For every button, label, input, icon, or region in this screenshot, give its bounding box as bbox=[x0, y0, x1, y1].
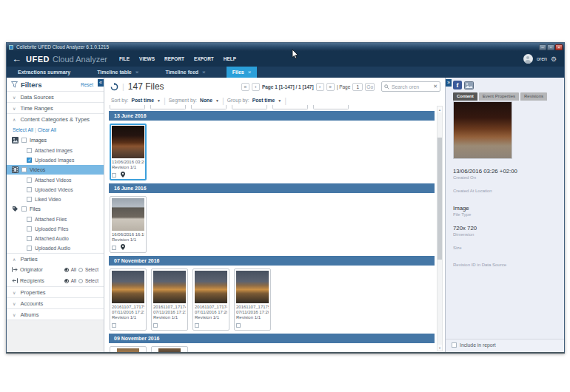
file-card[interactable]: 20161107_17174...07/11/2016 17:23 +Revis… bbox=[151, 268, 188, 331]
menu-views[interactable]: VIEWS bbox=[139, 56, 155, 61]
prev-page-button[interactable]: ‹ bbox=[252, 83, 260, 91]
subcategory-attached-audio[interactable]: Attached Audio bbox=[7, 234, 104, 243]
sort-by-dropdown[interactable]: Post time bbox=[131, 98, 154, 103]
filter-section-properties[interactable]: ∨Properties bbox=[7, 286, 104, 297]
filter-section-time-ranges[interactable]: ∨Time Ranges bbox=[7, 102, 104, 113]
scroll-down-arrow[interactable]: ▼ bbox=[437, 345, 442, 351]
search-input[interactable] bbox=[392, 84, 431, 89]
menu-help[interactable]: HELP bbox=[224, 56, 236, 61]
scroll-up-arrow[interactable]: ▲ bbox=[437, 107, 442, 112]
file-select-checkbox[interactable] bbox=[236, 323, 241, 328]
filter-section-parties[interactable]: ∧Parties bbox=[7, 253, 104, 264]
subcategory-attached-files[interactable]: Attached Files bbox=[7, 214, 104, 223]
filter-section-content-categories-types[interactable]: ∧Content Categories & Types bbox=[7, 113, 104, 124]
file-select-checkbox[interactable] bbox=[195, 323, 199, 328]
radio-recipients-select[interactable] bbox=[78, 279, 83, 283]
radio-originator-select[interactable] bbox=[78, 268, 83, 272]
reset-filters-link[interactable]: Reset bbox=[81, 82, 93, 87]
checkbox-attached-files[interactable] bbox=[27, 217, 32, 222]
details-tab-event-properties[interactable]: Event Properties bbox=[479, 92, 519, 101]
page-number-input[interactable] bbox=[352, 83, 363, 91]
chevron-down-icon: ∨ bbox=[13, 95, 16, 100]
file-card[interactable]: 20161107_17174...07/11/2016 17:20 +Revis… bbox=[192, 268, 229, 331]
filter-section-data-sources[interactable]: ∨Data Sources bbox=[7, 91, 104, 102]
tab-timeline-table[interactable]: Timeline table× bbox=[91, 67, 144, 78]
segment-by-dropdown[interactable]: None bbox=[200, 98, 212, 103]
collapse-sidebar-button[interactable]: « bbox=[98, 79, 104, 87]
radio-originator-all[interactable] bbox=[64, 268, 69, 272]
group-by-dropdown[interactable]: Post time bbox=[252, 98, 275, 103]
file-name: 20161107_17175... bbox=[112, 305, 144, 310]
file-card[interactable]: 20161107_17175...07/11/2016 17:20 +Revis… bbox=[234, 268, 271, 331]
first-page-button[interactable]: « bbox=[241, 83, 249, 91]
checkbox-uploaded-videos[interactable] bbox=[27, 187, 32, 192]
category-images[interactable]: Images bbox=[7, 135, 104, 145]
restore-button[interactable]: ▫ bbox=[547, 44, 554, 50]
file-select-checkbox[interactable] bbox=[112, 323, 116, 328]
checkbox-uploaded-files[interactable] bbox=[27, 226, 32, 232]
filter-section-accounts[interactable]: ∨Accounts bbox=[7, 297, 104, 308]
menu-export[interactable]: EXPORT bbox=[194, 56, 214, 61]
category-videos[interactable]: Videos bbox=[7, 165, 104, 175]
subcategory-uploaded-images[interactable]: Uploaded Images bbox=[7, 155, 104, 164]
minimize-button[interactable]: – bbox=[539, 44, 546, 50]
window-titlebar[interactable]: Cellebrite UFED Cloud Analyzer 6.1.0.121… bbox=[7, 43, 564, 51]
file-date: 07/11/2016 17:20 + bbox=[195, 310, 227, 315]
refresh-icon[interactable] bbox=[110, 83, 118, 91]
tab-extractions-summary[interactable]: Extractions summary bbox=[12, 67, 76, 78]
subcategory-uploaded-audio[interactable]: Uploaded Audio bbox=[7, 243, 104, 252]
subcategory-attached-images[interactable]: Attached Images bbox=[7, 146, 104, 155]
close-tab-icon[interactable]: × bbox=[135, 69, 139, 75]
radio-recipients-all[interactable] bbox=[64, 279, 69, 283]
include-in-report-checkbox[interactable] bbox=[452, 342, 457, 348]
subcategory-attached-videos[interactable]: Attached Videos bbox=[7, 175, 104, 184]
checkbox-files[interactable] bbox=[21, 206, 27, 212]
partial-card bbox=[150, 105, 186, 109]
file-card[interactable]: 09/11/2016 08:42 + bbox=[151, 346, 188, 352]
file-card[interactable]: 20161107_17175...07/11/2016 17:23 +Revis… bbox=[110, 268, 147, 331]
section-label: Parties bbox=[20, 256, 37, 263]
details-tab-revisions[interactable]: Revisions bbox=[520, 92, 547, 101]
checkbox-attached-images[interactable] bbox=[27, 148, 32, 153]
tab-files[interactable]: Files× bbox=[227, 67, 258, 78]
checkbox-liked-video[interactable] bbox=[27, 197, 32, 202]
last-page-button[interactable]: » bbox=[326, 83, 335, 91]
close-tab-icon[interactable]: × bbox=[202, 69, 206, 75]
filter-funnel-icon bbox=[11, 81, 18, 88]
gear-icon[interactable]: ⚙ bbox=[551, 55, 557, 63]
checkbox-images[interactable] bbox=[21, 138, 27, 143]
select-all-link[interactable]: Select All bbox=[13, 127, 33, 132]
checkbox-videos[interactable] bbox=[21, 167, 27, 172]
checkbox-uploaded-audio[interactable] bbox=[27, 246, 32, 251]
subcategory-uploaded-files[interactable]: Uploaded Files bbox=[7, 224, 104, 233]
file-select-checkbox[interactable] bbox=[112, 246, 116, 250]
collapse-details-button[interactable]: » bbox=[446, 79, 452, 87]
menu-file[interactable]: FILE bbox=[119, 56, 130, 61]
next-page-button[interactable]: › bbox=[316, 83, 324, 91]
scrollbar-thumb[interactable] bbox=[437, 138, 442, 260]
details-tab-content[interactable]: Content bbox=[453, 92, 477, 101]
category-files[interactable]: Files bbox=[7, 204, 104, 214]
close-button[interactable]: × bbox=[555, 44, 563, 50]
tab-timeline-feed[interactable]: Timeline feed× bbox=[159, 67, 211, 78]
filter-section-albums[interactable]: ∨Albums bbox=[7, 308, 104, 320]
menu-report[interactable]: REPORT bbox=[164, 56, 184, 61]
checkbox-attached-audio[interactable] bbox=[27, 236, 32, 241]
vertical-scrollbar[interactable]: ▲ ▼ bbox=[437, 106, 443, 351]
subcategory-uploaded-videos[interactable]: Uploaded Videos bbox=[7, 185, 104, 194]
clear-search-icon[interactable]: ✕ bbox=[433, 84, 437, 89]
file-card[interactable]: 16/06/2016 16:19 +Revision 1/1 bbox=[110, 196, 147, 253]
checkbox-uploaded-images[interactable] bbox=[27, 158, 32, 163]
go-button[interactable]: Go bbox=[365, 83, 375, 91]
file-select-checkbox[interactable] bbox=[153, 323, 158, 328]
file-card[interactable]: 09/11/2016 08:42 + bbox=[110, 346, 147, 352]
divider: | bbox=[164, 96, 166, 105]
subcategory-liked-video[interactable]: Liked Video bbox=[7, 195, 104, 203]
back-arrow-icon[interactable]: ← bbox=[12, 54, 21, 64]
file-select-checkbox[interactable] bbox=[112, 173, 116, 178]
file-card[interactable]: 13/06/2016 03:26 +Revision 1/1 bbox=[110, 124, 147, 180]
user-avatar[interactable] bbox=[523, 54, 533, 64]
clear-all-link[interactable]: Clear All bbox=[38, 127, 56, 132]
close-tab-icon[interactable]: × bbox=[248, 69, 252, 75]
checkbox-attached-videos[interactable] bbox=[27, 178, 32, 183]
